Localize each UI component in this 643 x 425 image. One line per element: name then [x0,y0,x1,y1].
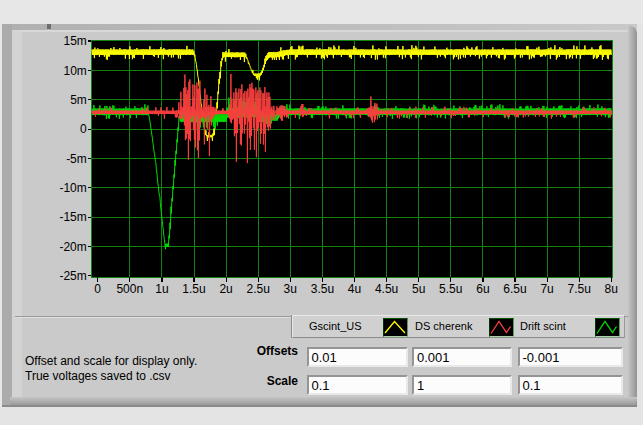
svg-text:15m: 15m [63,34,86,48]
svg-text:4.5u: 4.5u [375,282,398,296]
svg-text:7.5u: 7.5u [568,282,591,296]
svg-text:3u: 3u [284,282,297,296]
svg-text:-20m: -20m [59,240,86,254]
svg-text:1.5u: 1.5u [182,282,205,296]
svg-text:4u: 4u [348,282,361,296]
svg-text:3.5u: 3.5u [311,282,334,296]
svg-text:5.5u: 5.5u [439,282,462,296]
svg-text:-5m: -5m [66,152,87,166]
svg-text:-10m: -10m [59,181,86,195]
svg-text:2.5u: 2.5u [247,282,270,296]
svg-text:-15m: -15m [59,210,86,224]
svg-text:6.5u: 6.5u [503,282,526,296]
svg-text:5u: 5u [412,282,425,296]
svg-text:5m: 5m [70,93,87,107]
svg-text:500n: 500n [116,282,143,296]
svg-text:0: 0 [94,282,101,296]
svg-text:8u: 8u [605,282,618,296]
svg-text:2u: 2u [219,282,232,296]
svg-text:7u: 7u [540,282,553,296]
svg-text:1u: 1u [155,282,168,296]
svg-text:10m: 10m [63,64,86,78]
svg-text:6u: 6u [476,282,489,296]
svg-text:-25m: -25m [59,269,86,283]
svg-text:0: 0 [80,122,87,136]
